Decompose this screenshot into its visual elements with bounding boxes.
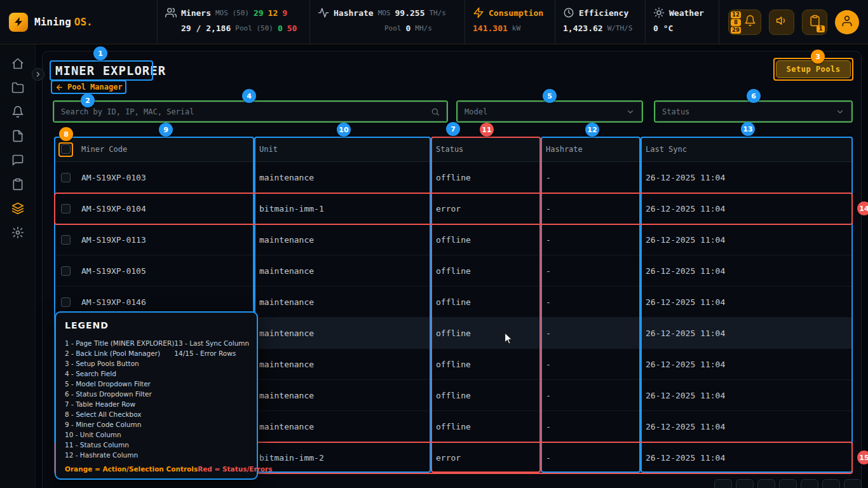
sidebar-item-logs[interactable] [11, 130, 24, 142]
select-all-checkbox[interactable] [61, 144, 71, 154]
status-filter-dropdown[interactable]: Status [655, 102, 851, 121]
unit-cell: maintenance [254, 422, 431, 431]
hashrate-cell: - [541, 329, 641, 338]
pagination-button[interactable] [822, 479, 840, 488]
last-sync-cell: 26-12-2025 11:04 [641, 391, 853, 400]
chevron-right-icon [34, 71, 42, 78]
sidebar-expand-button[interactable] [32, 68, 44, 81]
header-status[interactable]: Status [431, 145, 541, 154]
hashrate-pool-value: 0 [406, 24, 411, 33]
row-checkbox-cell [54, 266, 76, 276]
legend-item: 6 - Status Dropdown Filter [65, 389, 174, 399]
profile-button[interactable] [835, 10, 859, 34]
hashrate-cell: - [541, 422, 641, 431]
select-all-cell [54, 144, 76, 154]
mute-button[interactable] [769, 10, 794, 35]
sidebar-item-chat[interactable] [11, 154, 24, 166]
pagination-button[interactable] [779, 479, 797, 488]
efficiency-value: 1,423.62 [563, 24, 603, 33]
hashrate-cell: - [541, 266, 641, 276]
pagination-button[interactable] [714, 479, 732, 488]
legend-item: 8 - Select All Checkbox [65, 409, 174, 419]
logs-icon [11, 130, 24, 142]
status-cell: offline [431, 266, 541, 276]
hashrate-cell: - [541, 235, 641, 245]
legend-item: 3 - Setup Pools Button [65, 358, 174, 369]
pagination-button[interactable] [801, 479, 818, 488]
sidebar-item-notifications[interactable] [11, 105, 24, 118]
sidebar-item-home[interactable] [11, 57, 24, 70]
miners-mos-warning: 12 [268, 8, 278, 18]
search-field[interactable] [54, 102, 447, 121]
sidebar-item-pools[interactable] [11, 202, 24, 215]
unit-cell: maintenance [254, 297, 431, 307]
settings-icon [11, 226, 24, 239]
back-link-pool-manager[interactable]: Pool Manager [55, 83, 123, 92]
setup-pools-button[interactable]: Setup Pools [776, 60, 851, 78]
table-row[interactable]: AM-S19XP-0113maintenanceoffline-26-12-20… [54, 224, 853, 255]
header-miner-code[interactable]: Miner Code [76, 145, 254, 154]
screen: MiningOS. Miners MOS (50) 29 12 9 29 / 2… [0, 0, 868, 488]
legend-items-right: 13 - Last Sync Column14/15 - Error Rows [174, 338, 249, 460]
row-checkbox[interactable] [61, 173, 71, 182]
header-hashrate[interactable]: Hashrate [541, 145, 641, 154]
last-sync-cell: 26-12-2025 11:04 [641, 266, 853, 276]
topbar-efficiency-section: Efficiency 1,423.62 W/TH/S [555, 0, 645, 44]
hashrate-mos-label: MOS [378, 9, 391, 17]
row-checkbox[interactable] [61, 266, 71, 276]
status-cell: offline [431, 297, 541, 307]
sidebar-nav [0, 44, 36, 488]
efficiency-label: Efficiency [579, 8, 628, 18]
last-sync-cell: 26-12-2025 11:04 [641, 235, 853, 245]
last-sync-cell: 26-12-2025 11:04 [641, 297, 853, 307]
legend-footer: Orange = Action/Selection Controls Red =… [65, 465, 250, 473]
tasks-button[interactable]: 1 [802, 10, 827, 35]
row-checkbox[interactable] [61, 235, 71, 245]
topbar-miners-section: Miners MOS (50) 29 12 9 29 / 2,186 Pool … [157, 0, 309, 44]
home-icon [11, 57, 24, 70]
hashrate-mos-unit: TH/s [429, 9, 446, 17]
miners-pool-label: Pool (50) [235, 24, 273, 32]
pagination-button[interactable] [844, 479, 862, 488]
row-checkbox[interactable] [61, 204, 71, 214]
table-row[interactable]: AM-S19XP-0105maintenanceoffline-26-12-20… [54, 255, 853, 287]
speaker-icon [776, 15, 788, 29]
weather-icon [653, 7, 665, 18]
table-row[interactable]: AM-S19XP-0103maintenanceoffline-26-12-20… [54, 162, 853, 193]
status-cell: error [431, 204, 541, 214]
last-sync-cell: 26-12-2025 11:04 [641, 360, 853, 369]
miners-label: Miners [181, 8, 211, 18]
brand: MiningOS. [0, 0, 157, 44]
unit-cell: maintenance [254, 266, 431, 276]
row-checkbox[interactable] [61, 297, 71, 307]
sidebar-item-folder[interactable] [11, 81, 24, 94]
legend-title: LEGEND [65, 320, 248, 330]
legend-item: 4 - Search Field [65, 369, 174, 379]
notification-badge: 12 [731, 11, 741, 18]
pagination-button[interactable] [757, 479, 775, 488]
mouse-cursor [502, 332, 516, 346]
hashrate-cell: - [541, 204, 641, 214]
model-filter-dropdown[interactable]: Model [458, 102, 642, 121]
sidebar-item-settings[interactable] [11, 226, 24, 239]
legend-footer-orange: Orange = Action/Selection Controls [65, 465, 198, 473]
table-row[interactable]: AM-S19XP-0104bitmain-imm-1error-26-12-20… [54, 193, 853, 224]
legend-panel: LEGEND 1 - Page Title (MINER EXPLORER)2 … [55, 311, 258, 480]
consumption-unit: kW [512, 24, 520, 32]
search-input[interactable] [61, 107, 431, 116]
header-last-sync[interactable]: Last Sync [641, 145, 853, 154]
bell-icon [744, 15, 756, 29]
header-unit[interactable]: Unit [254, 145, 431, 154]
miners-icon [165, 7, 177, 18]
user-icon [841, 15, 853, 30]
notifications-button[interactable]: 12 8 29 [728, 10, 761, 35]
row-checkbox-cell [54, 235, 76, 245]
miner-code-cell: AM-S19XP-0103 [76, 173, 254, 182]
legend-item: 5 - Model Dropdown Filter [65, 379, 174, 389]
consumption-value: 141.301 [473, 24, 508, 33]
hashrate-cell: - [541, 360, 641, 369]
status-cell: error [431, 453, 541, 463]
pagination-button[interactable] [736, 479, 754, 488]
unit-cell: maintenance [254, 173, 431, 182]
sidebar-item-tasks[interactable] [11, 178, 24, 191]
